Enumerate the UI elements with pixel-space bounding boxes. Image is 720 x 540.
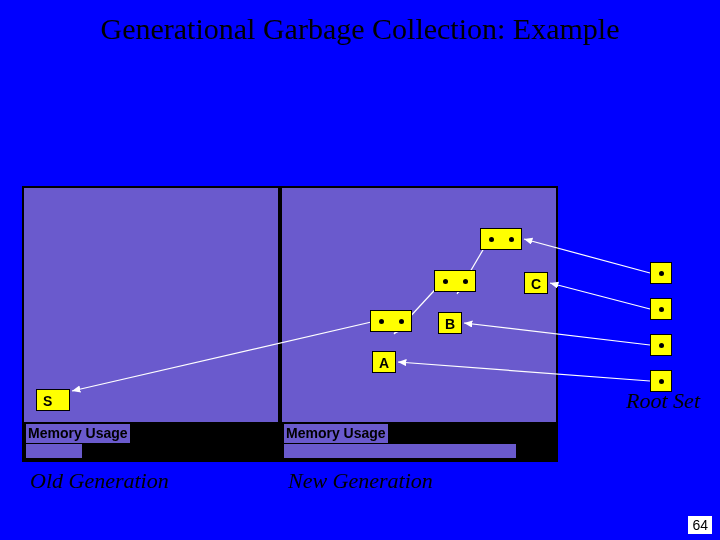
pointer-dot (509, 237, 514, 242)
slide-title: Generational Garbage Collection: Example (0, 12, 720, 46)
object-label-S: S (43, 393, 52, 409)
pointer-dot (463, 279, 468, 284)
object-n3 (480, 228, 522, 250)
pointer-dot (659, 271, 664, 276)
new-memory-label: Memory Usage (284, 424, 388, 443)
pointer-dot (659, 343, 664, 348)
object-C: C (524, 272, 548, 294)
pointer-dot (443, 279, 448, 284)
svg-line-2 (550, 283, 650, 309)
old-memory-label: Memory Usage (26, 424, 130, 443)
object-S: S (36, 389, 70, 411)
object-r4 (650, 370, 672, 392)
object-r3 (650, 334, 672, 356)
old-memory-bar (26, 444, 82, 458)
page-number: 64 (688, 516, 712, 534)
new-generation-label: New Generation (288, 468, 433, 494)
pointer-dot (399, 319, 404, 324)
old-memory-strip: Memory Usage (22, 424, 280, 462)
old-generation-label: Old Generation (30, 468, 169, 494)
object-A: A (372, 351, 396, 373)
pointer-dot (379, 319, 384, 324)
pointer-dot (659, 307, 664, 312)
object-r1 (650, 262, 672, 284)
object-n2 (434, 270, 476, 292)
object-n1 (370, 310, 412, 332)
object-label-B: B (445, 316, 455, 332)
new-generation-panel (280, 186, 558, 424)
new-memory-strip: Memory Usage (280, 424, 558, 462)
object-label-C: C (531, 276, 541, 292)
object-label-A: A (379, 355, 389, 371)
pointer-dot (659, 379, 664, 384)
object-r2 (650, 298, 672, 320)
pointer-dot (489, 237, 494, 242)
object-B: B (438, 312, 462, 334)
new-memory-bar (284, 444, 516, 458)
